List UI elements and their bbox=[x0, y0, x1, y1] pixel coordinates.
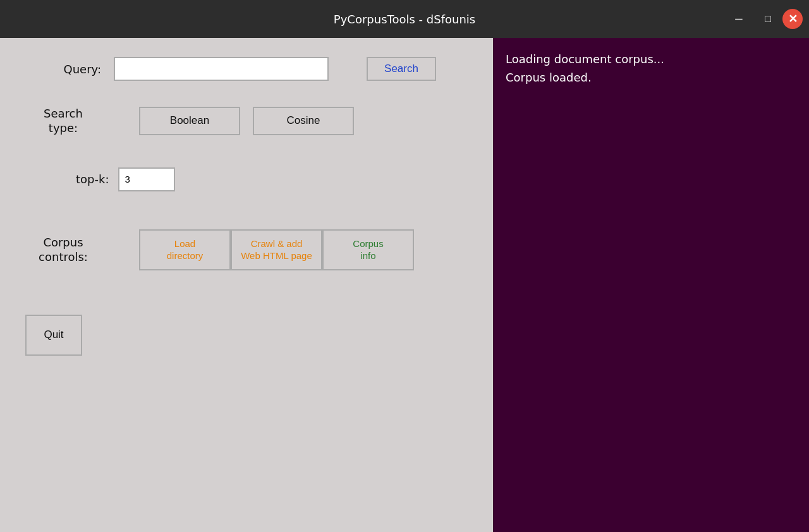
quit-button[interactable]: Quit bbox=[25, 315, 82, 356]
type-buttons: Boolean Cosine bbox=[139, 107, 354, 135]
main-container: Query: Search Searchtype: Boolean Cosine… bbox=[0, 38, 809, 532]
topk-label: top-k: bbox=[76, 172, 109, 186]
status-line2: Corpus loaded. bbox=[506, 69, 796, 87]
quit-row: Quit bbox=[25, 315, 468, 356]
search-type-row: Searchtype: Boolean Cosine bbox=[25, 106, 468, 136]
maximize-button[interactable]: □ bbox=[753, 0, 782, 38]
left-panel: Query: Search Searchtype: Boolean Cosine… bbox=[0, 38, 493, 532]
app-title: PyCorpusTools - dSfounis bbox=[334, 13, 475, 26]
query-row: Query: Search bbox=[25, 57, 468, 81]
corpus-controls-label: Corpuscontrols: bbox=[25, 235, 101, 265]
crawl-button[interactable]: Crawl & addWeb HTML page bbox=[231, 229, 322, 270]
query-input[interactable] bbox=[114, 57, 329, 81]
search-button[interactable]: Search bbox=[367, 57, 436, 81]
search-type-label: Searchtype: bbox=[25, 106, 101, 136]
close-button[interactable]: ✕ bbox=[782, 9, 803, 29]
window-controls: ─ □ ✕ bbox=[724, 0, 809, 38]
query-label: Query: bbox=[25, 63, 101, 76]
corpus-buttons: Loaddirectory Crawl & addWeb HTML page C… bbox=[139, 229, 414, 270]
topk-row: top-k: bbox=[76, 167, 468, 191]
load-directory-button[interactable]: Loaddirectory bbox=[139, 229, 231, 270]
corpus-info-button[interactable]: Corpusinfo bbox=[322, 229, 414, 270]
corpus-controls-row: Corpuscontrols: Loaddirectory Crawl & ad… bbox=[25, 229, 468, 270]
titlebar: PyCorpusTools - dSfounis ─ □ ✕ bbox=[0, 0, 809, 38]
status-line1: Loading document corpus... bbox=[506, 51, 796, 69]
right-panel: Loading document corpus... Corpus loaded… bbox=[493, 38, 809, 532]
boolean-button[interactable]: Boolean bbox=[139, 107, 240, 135]
topk-input[interactable] bbox=[118, 167, 175, 191]
cosine-button[interactable]: Cosine bbox=[253, 107, 354, 135]
minimize-button[interactable]: ─ bbox=[724, 0, 753, 38]
